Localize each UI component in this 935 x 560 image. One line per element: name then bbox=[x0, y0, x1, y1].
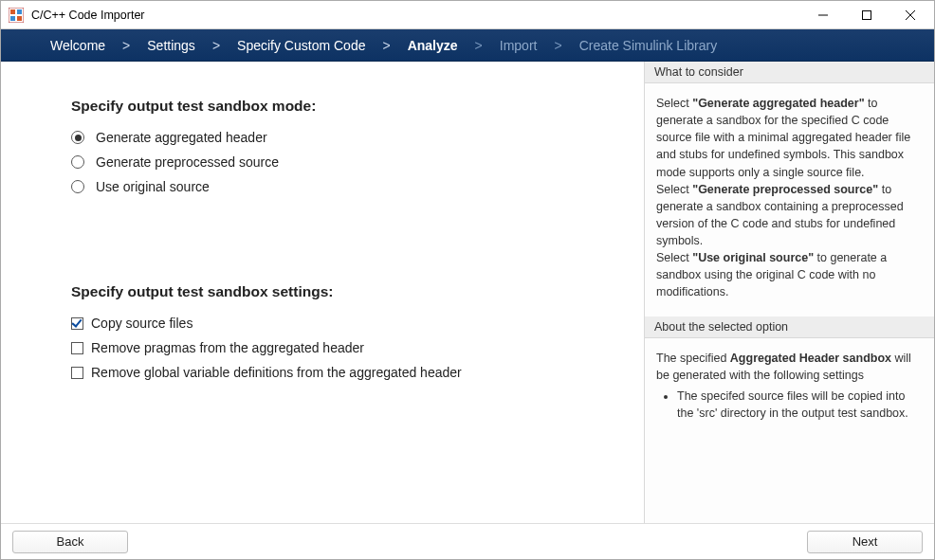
about-selected-header: About the selected option bbox=[645, 316, 934, 338]
checkbox-label: Copy source files bbox=[91, 316, 192, 331]
nav-step-import: Import bbox=[500, 38, 538, 53]
side-panel: What to consider Select "Generate aggreg… bbox=[644, 62, 934, 523]
titlebar: C/C++ Code Importer bbox=[1, 1, 934, 29]
chevron-right-icon: > bbox=[212, 38, 220, 53]
radio-label: Generate aggregated header bbox=[96, 130, 267, 145]
nav-step-settings[interactable]: Settings bbox=[147, 38, 195, 53]
svg-rect-1 bbox=[10, 9, 15, 14]
back-button[interactable]: Back bbox=[12, 531, 128, 553]
checkbox-remove-global-vars[interactable]: Remove global variable definitions from … bbox=[71, 365, 587, 380]
checkbox-label: Remove global variable definitions from … bbox=[91, 365, 462, 380]
about-bullet: The specifed source files will be copied… bbox=[677, 388, 923, 422]
svg-rect-4 bbox=[17, 16, 22, 21]
footer: Back Next bbox=[1, 523, 934, 559]
wizard-nav: Welcome > Settings > Specify Custom Code… bbox=[1, 29, 934, 62]
chevron-right-icon: > bbox=[122, 38, 130, 53]
close-button[interactable] bbox=[889, 2, 932, 28]
maximize-button[interactable] bbox=[845, 2, 889, 28]
about-selected-body: The specified Aggregated Header sandbox … bbox=[645, 338, 934, 438]
checkbox-icon bbox=[71, 317, 83, 330]
chevron-right-icon: > bbox=[475, 38, 483, 53]
svg-rect-5 bbox=[863, 10, 871, 19]
radio-label: Generate preprocessed source bbox=[96, 154, 279, 170]
chevron-right-icon: > bbox=[382, 38, 390, 53]
app-icon bbox=[9, 8, 24, 23]
checkbox-copy-source-files[interactable]: Copy source files bbox=[71, 316, 587, 331]
checkbox-icon bbox=[71, 342, 83, 354]
what-to-consider-body: Select "Generate aggregated header" to g… bbox=[645, 83, 934, 316]
radio-generate-preprocessed-source[interactable]: Generate preprocessed source bbox=[71, 154, 587, 170]
nav-step-create-simulink-library: Create Simulink Library bbox=[579, 38, 718, 53]
radio-use-original-source[interactable]: Use original source bbox=[71, 179, 587, 194]
minimize-button[interactable] bbox=[801, 2, 845, 28]
window-title: C/C++ Code Importer bbox=[31, 9, 145, 22]
next-button[interactable]: Next bbox=[807, 531, 923, 553]
sandbox-mode-title: Specify output test sandbox mode: bbox=[71, 98, 587, 115]
nav-step-specify-custom-code[interactable]: Specify Custom Code bbox=[237, 38, 365, 53]
sandbox-settings-title: Specify output test sandbox settings: bbox=[71, 283, 587, 300]
content-area: Specify output test sandbox mode: Genera… bbox=[1, 62, 934, 523]
main-panel: Specify output test sandbox mode: Genera… bbox=[1, 62, 644, 523]
radio-generate-aggregated-header[interactable]: Generate aggregated header bbox=[71, 130, 587, 145]
chevron-right-icon: > bbox=[554, 38, 561, 53]
radio-icon bbox=[71, 180, 84, 193]
nav-step-analyze[interactable]: Analyze bbox=[408, 38, 458, 53]
radio-icon bbox=[71, 155, 84, 169]
checkbox-label: Remove pragmas from the aggregated heade… bbox=[91, 340, 364, 355]
svg-rect-3 bbox=[10, 16, 15, 21]
checkbox-remove-pragmas[interactable]: Remove pragmas from the aggregated heade… bbox=[71, 340, 587, 355]
svg-rect-2 bbox=[17, 9, 22, 14]
checkbox-icon bbox=[71, 367, 83, 379]
nav-step-welcome[interactable]: Welcome bbox=[50, 38, 105, 53]
radio-icon bbox=[71, 131, 84, 144]
what-to-consider-header: What to consider bbox=[645, 62, 934, 83]
radio-label: Use original source bbox=[96, 179, 210, 194]
